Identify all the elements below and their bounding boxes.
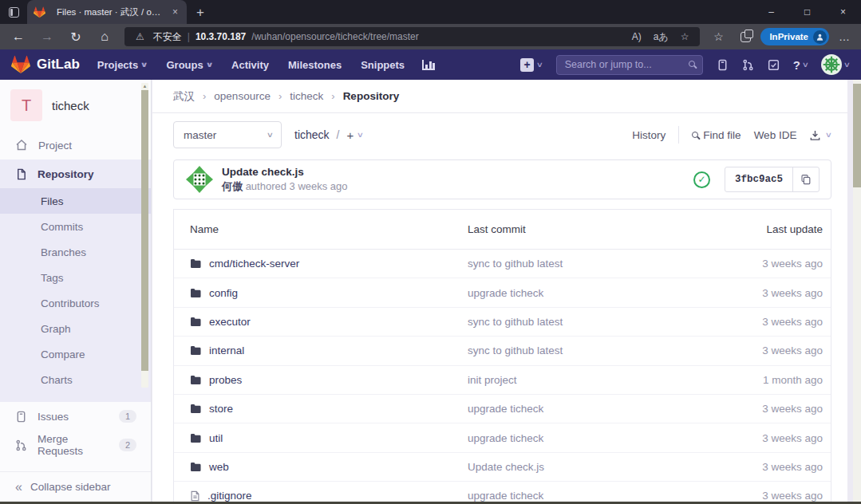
sidebar-subitem[interactable]: Charts — [0, 367, 151, 392]
commit-title-link[interactable]: Update check.js — [222, 166, 348, 178]
commit-message-link[interactable]: upgrade ticheck — [468, 432, 687, 444]
sidebar-subitem[interactable]: Contributors — [0, 290, 151, 316]
table-row[interactable]: internal sync to github latest 3 weeks a… — [174, 337, 831, 365]
repo-root-link[interactable]: ticheck — [294, 128, 330, 141]
file-name-link[interactable]: .gitignore — [207, 490, 252, 502]
navbar-menu-item[interactable]: Snippets — [361, 59, 405, 71]
sidebar-subitem[interactable]: Files — [0, 188, 151, 214]
sidebar-item-merge-requests[interactable]: Merge Requests 2 — [0, 431, 151, 459]
refresh-button[interactable]: ↻ — [62, 26, 89, 48]
sidebar-item-repository[interactable]: Repository — [0, 159, 151, 188]
inprivate-label: InPrivate — [769, 32, 808, 41]
table-row[interactable]: web Update check.js 3 weeks ago — [174, 453, 831, 482]
pipeline-status-icon[interactable]: ✓ — [693, 171, 710, 188]
charts-nav-button[interactable] — [422, 60, 435, 70]
collapse-sidebar-button[interactable]: « Collapse sidebar — [0, 471, 151, 502]
copy-sha-button[interactable] — [792, 167, 819, 191]
browser-menu-button[interactable]: … — [832, 26, 856, 48]
inprivate-badge[interactable]: InPrivate — [760, 28, 829, 45]
browser-tab[interactable]: Files · master · 武汉 / opensourc × — [27, 0, 187, 24]
web-ide-button[interactable]: Web IDE — [754, 129, 797, 141]
file-name-link[interactable]: config — [209, 287, 238, 299]
file-name-link[interactable]: executor — [209, 316, 251, 328]
commit-message-link[interactable]: upgrade ticheck — [468, 287, 687, 299]
help-menu-button[interactable]: ? ∨ — [793, 58, 808, 72]
page-scrollbar[interactable] — [853, 80, 861, 502]
table-row[interactable]: config upgrade ticheck 3 weeks ago — [174, 278, 831, 307]
add-favorite-icon[interactable]: ☆ — [677, 31, 693, 42]
favorites-button[interactable]: ☆ — [706, 26, 730, 48]
table-row[interactable]: probes init project 1 month ago — [174, 366, 831, 395]
chevron-down-icon: ∨ — [801, 61, 808, 69]
file-name-link[interactable]: probes — [209, 374, 242, 386]
new-menu-button[interactable]: + ∨ — [520, 58, 543, 72]
url-host: 10.3.70.187 — [196, 31, 246, 42]
todos-nav-button[interactable] — [768, 59, 780, 71]
sidebar-subitem[interactable]: Compare — [0, 341, 151, 367]
issues-nav-button[interactable] — [717, 59, 729, 71]
table-row[interactable]: util upgrade ticheck 3 weeks ago — [174, 423, 831, 452]
search-input[interactable] — [556, 55, 703, 75]
download-button[interactable]: ∨ — [809, 129, 831, 141]
add-file-button[interactable]: + ∨ — [346, 128, 362, 142]
page-scrollbar-thumb[interactable] — [853, 84, 861, 187]
commit-message-link[interactable]: sync to github latest — [468, 345, 687, 356]
back-button[interactable]: ← — [5, 26, 32, 48]
collections-button[interactable] — [733, 26, 757, 48]
issues-icon — [15, 411, 27, 423]
sidebar-item-project[interactable]: Project — [0, 131, 151, 159]
project-header[interactable]: T ticheck — [0, 80, 151, 131]
forward-button[interactable]: → — [34, 26, 61, 48]
file-name-link[interactable]: store — [209, 403, 233, 415]
sidebar-scrollbar[interactable]: ▲ — [141, 83, 148, 388]
breadcrumb-item[interactable]: opensource › — [214, 90, 290, 102]
sidebar-subitem[interactable]: Tags — [0, 265, 151, 290]
history-button[interactable]: History — [632, 129, 665, 141]
commit-sha[interactable]: 3fbc9ac5 — [725, 167, 792, 191]
home-button[interactable]: ⌂ — [91, 26, 118, 48]
commit-message-link[interactable]: upgrade ticheck — [468, 403, 687, 415]
navbar-menu-item[interactable]: Milestones — [288, 59, 342, 71]
breadcrumb-item[interactable]: Repository › — [343, 90, 400, 102]
merge-requests-nav-button[interactable] — [742, 59, 754, 71]
folder-icon — [190, 288, 202, 298]
breadcrumb-item[interactable]: 武汉 › — [173, 89, 214, 104]
navbar-menu-item[interactable]: Activity — [231, 59, 269, 71]
file-name-link[interactable]: util — [209, 432, 223, 444]
sidebar-item-issues[interactable]: Issues 1 — [0, 402, 151, 431]
commit-message-link[interactable]: sync to github latest — [468, 316, 687, 328]
commit-message-link[interactable]: init project — [468, 374, 687, 386]
window-maximize-button[interactable]: □ — [789, 0, 825, 23]
breadcrumb-item[interactable]: ticheck › — [290, 90, 342, 102]
translate-icon[interactable]: aあ — [650, 30, 672, 44]
user-menu-button[interactable]: ∨ — [821, 54, 850, 75]
sidebar-subitem[interactable]: Commits — [0, 214, 151, 239]
navbar-menu-item[interactable]: Groups ∨ — [166, 59, 212, 71]
file-name-link[interactable]: cmd/ticheck-server — [209, 258, 299, 270]
table-row[interactable]: executor sync to github latest 3 weeks a… — [174, 308, 831, 337]
commit-message-link[interactable]: Update check.js — [468, 461, 687, 473]
table-row[interactable]: .gitignore upgrade ticheck 3 weeks ago — [174, 482, 831, 502]
commit-author-link[interactable]: 何傲 — [222, 180, 243, 192]
tab-close-button[interactable]: × — [170, 6, 180, 18]
new-tab-button[interactable]: + — [187, 5, 215, 24]
sidebar-scrollbar-thumb[interactable] — [141, 90, 148, 371]
sidebar-subitem[interactable]: Graph — [0, 316, 151, 341]
security-label[interactable]: 不安全 — [153, 30, 182, 44]
navbar-menu-item[interactable]: Projects ∨ — [97, 59, 148, 71]
tab-actions-button[interactable] — [0, 0, 27, 24]
window-minimize-button[interactable]: – — [753, 0, 789, 23]
commit-message-link[interactable]: upgrade ticheck — [468, 490, 687, 502]
window-close-button[interactable]: × — [825, 0, 861, 23]
commit-message-link[interactable]: sync to github latest — [468, 258, 687, 270]
file-name-link[interactable]: internal — [209, 345, 244, 356]
read-aloud-icon[interactable]: A) — [629, 31, 645, 42]
table-row[interactable]: store upgrade ticheck 3 weeks ago — [174, 395, 831, 423]
sidebar-subitem[interactable]: Branches — [0, 239, 151, 265]
address-bar[interactable]: ⚠ 不安全 | 10.3.70.187 /wuhan/opensource/ti… — [124, 27, 700, 46]
branch-selector[interactable]: master ∨ — [173, 121, 282, 148]
gitlab-brand[interactable]: GitLab — [37, 57, 80, 73]
file-name-link[interactable]: web — [209, 461, 229, 473]
table-row[interactable]: cmd/ticheck-server sync to github latest… — [174, 250, 831, 278]
find-file-button[interactable]: Find file — [692, 129, 741, 141]
